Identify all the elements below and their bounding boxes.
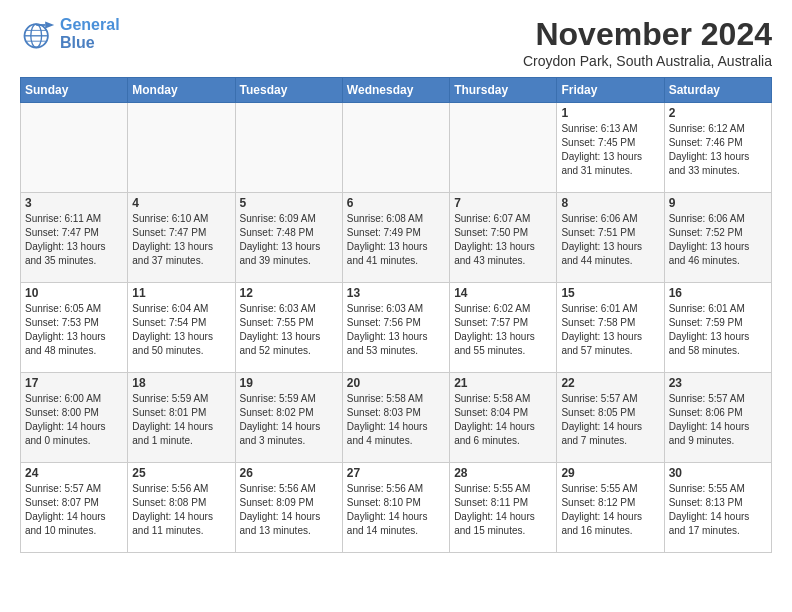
day-info-line: Sunrise: 6:11 AM — [25, 212, 123, 226]
calendar-table: Sunday Monday Tuesday Wednesday Thursday… — [20, 77, 772, 553]
day-info: Sunrise: 5:55 AMSunset: 8:11 PMDaylight:… — [454, 482, 552, 538]
day-cell: 17Sunrise: 6:00 AMSunset: 8:00 PMDayligh… — [21, 373, 128, 463]
day-info-line: Sunrise: 5:55 AM — [669, 482, 767, 496]
day-info: Sunrise: 6:02 AMSunset: 7:57 PMDaylight:… — [454, 302, 552, 358]
day-info-line: Daylight: 13 hours — [669, 240, 767, 254]
day-info-line: Sunrise: 5:59 AM — [132, 392, 230, 406]
day-info-line: Daylight: 14 hours — [240, 420, 338, 434]
day-info-line: and 17 minutes. — [669, 524, 767, 538]
day-cell — [21, 103, 128, 193]
col-sunday: Sunday — [21, 78, 128, 103]
day-info-line: Sunrise: 6:03 AM — [347, 302, 445, 316]
day-info-line: Sunset: 7:52 PM — [669, 226, 767, 240]
day-number: 20 — [347, 376, 445, 390]
day-info-line: Daylight: 13 hours — [669, 150, 767, 164]
day-info-line: and 52 minutes. — [240, 344, 338, 358]
day-info-line: Sunrise: 6:06 AM — [669, 212, 767, 226]
logo-general: General — [60, 16, 120, 33]
day-cell: 10Sunrise: 6:05 AMSunset: 7:53 PMDayligh… — [21, 283, 128, 373]
day-info-line: Daylight: 14 hours — [132, 510, 230, 524]
day-cell — [128, 103, 235, 193]
day-info-line: Sunrise: 6:13 AM — [561, 122, 659, 136]
day-info: Sunrise: 6:09 AMSunset: 7:48 PMDaylight:… — [240, 212, 338, 268]
day-info-line: Sunrise: 6:01 AM — [561, 302, 659, 316]
day-cell: 24Sunrise: 5:57 AMSunset: 8:07 PMDayligh… — [21, 463, 128, 553]
day-info-line: Sunset: 8:13 PM — [669, 496, 767, 510]
col-friday: Friday — [557, 78, 664, 103]
day-info-line: and 57 minutes. — [561, 344, 659, 358]
day-info-line: Sunrise: 5:58 AM — [347, 392, 445, 406]
day-info-line: Sunset: 8:03 PM — [347, 406, 445, 420]
day-info-line: Daylight: 14 hours — [561, 420, 659, 434]
day-cell: 2Sunrise: 6:12 AMSunset: 7:46 PMDaylight… — [664, 103, 771, 193]
day-info: Sunrise: 6:07 AMSunset: 7:50 PMDaylight:… — [454, 212, 552, 268]
day-info-line: Sunrise: 6:10 AM — [132, 212, 230, 226]
day-info: Sunrise: 6:06 AMSunset: 7:51 PMDaylight:… — [561, 212, 659, 268]
day-number: 6 — [347, 196, 445, 210]
day-info-line: and 14 minutes. — [347, 524, 445, 538]
day-number: 23 — [669, 376, 767, 390]
day-info: Sunrise: 6:06 AMSunset: 7:52 PMDaylight:… — [669, 212, 767, 268]
day-info-line: and 11 minutes. — [132, 524, 230, 538]
day-number: 15 — [561, 286, 659, 300]
day-info-line: Daylight: 13 hours — [561, 330, 659, 344]
header: General Blue November 2024 Croydon Park,… — [20, 16, 772, 69]
col-monday: Monday — [128, 78, 235, 103]
day-number: 28 — [454, 466, 552, 480]
day-info-line: Sunset: 7:55 PM — [240, 316, 338, 330]
day-info-line: and 4 minutes. — [347, 434, 445, 448]
day-cell: 14Sunrise: 6:02 AMSunset: 7:57 PMDayligh… — [450, 283, 557, 373]
day-info-line: Sunset: 8:04 PM — [454, 406, 552, 420]
day-info-line: Daylight: 13 hours — [240, 240, 338, 254]
day-info: Sunrise: 6:01 AMSunset: 7:58 PMDaylight:… — [561, 302, 659, 358]
day-number: 10 — [25, 286, 123, 300]
day-info: Sunrise: 5:58 AMSunset: 8:03 PMDaylight:… — [347, 392, 445, 448]
title-block: November 2024 Croydon Park, South Austra… — [523, 16, 772, 69]
col-thursday: Thursday — [450, 78, 557, 103]
day-info-line: and 58 minutes. — [669, 344, 767, 358]
day-info-line: Daylight: 13 hours — [25, 240, 123, 254]
day-info-line: Sunrise: 6:02 AM — [454, 302, 552, 316]
day-info-line: and 53 minutes. — [347, 344, 445, 358]
day-number: 25 — [132, 466, 230, 480]
day-info-line: Daylight: 13 hours — [454, 330, 552, 344]
day-cell: 6Sunrise: 6:08 AMSunset: 7:49 PMDaylight… — [342, 193, 449, 283]
day-info-line: and 43 minutes. — [454, 254, 552, 268]
day-info: Sunrise: 5:56 AMSunset: 8:08 PMDaylight:… — [132, 482, 230, 538]
day-cell: 7Sunrise: 6:07 AMSunset: 7:50 PMDaylight… — [450, 193, 557, 283]
day-cell: 25Sunrise: 5:56 AMSunset: 8:08 PMDayligh… — [128, 463, 235, 553]
calendar-header: Sunday Monday Tuesday Wednesday Thursday… — [21, 78, 772, 103]
day-info-line: Daylight: 14 hours — [25, 420, 123, 434]
day-info-line: Daylight: 13 hours — [561, 240, 659, 254]
day-info-line: Sunrise: 6:01 AM — [669, 302, 767, 316]
logo: General Blue — [20, 16, 120, 52]
day-cell: 15Sunrise: 6:01 AMSunset: 7:58 PMDayligh… — [557, 283, 664, 373]
day-cell — [450, 103, 557, 193]
day-info-line: Sunrise: 5:56 AM — [240, 482, 338, 496]
day-info-line: and 46 minutes. — [669, 254, 767, 268]
day-info: Sunrise: 6:01 AMSunset: 7:59 PMDaylight:… — [669, 302, 767, 358]
day-number: 1 — [561, 106, 659, 120]
logo-icon — [20, 16, 56, 52]
day-info: Sunrise: 5:57 AMSunset: 8:06 PMDaylight:… — [669, 392, 767, 448]
day-info: Sunrise: 6:08 AMSunset: 7:49 PMDaylight:… — [347, 212, 445, 268]
col-tuesday: Tuesday — [235, 78, 342, 103]
day-number: 24 — [25, 466, 123, 480]
day-cell: 13Sunrise: 6:03 AMSunset: 7:56 PMDayligh… — [342, 283, 449, 373]
day-cell: 5Sunrise: 6:09 AMSunset: 7:48 PMDaylight… — [235, 193, 342, 283]
week-row-1: 1Sunrise: 6:13 AMSunset: 7:45 PMDaylight… — [21, 103, 772, 193]
day-info-line: Daylight: 13 hours — [132, 240, 230, 254]
location-subtitle: Croydon Park, South Australia, Australia — [523, 53, 772, 69]
day-info: Sunrise: 5:59 AMSunset: 8:02 PMDaylight:… — [240, 392, 338, 448]
day-info-line: Sunrise: 6:03 AM — [240, 302, 338, 316]
day-info-line: and 33 minutes. — [669, 164, 767, 178]
day-info-line: Sunrise: 6:05 AM — [25, 302, 123, 316]
day-info-line: Sunset: 8:01 PM — [132, 406, 230, 420]
day-info-line: and 44 minutes. — [561, 254, 659, 268]
day-info-line: Daylight: 14 hours — [454, 510, 552, 524]
day-info: Sunrise: 6:10 AMSunset: 7:47 PMDaylight:… — [132, 212, 230, 268]
day-info-line: Sunrise: 6:07 AM — [454, 212, 552, 226]
day-info-line: Sunrise: 6:04 AM — [132, 302, 230, 316]
day-info-line: Daylight: 14 hours — [669, 510, 767, 524]
day-info: Sunrise: 5:55 AMSunset: 8:13 PMDaylight:… — [669, 482, 767, 538]
